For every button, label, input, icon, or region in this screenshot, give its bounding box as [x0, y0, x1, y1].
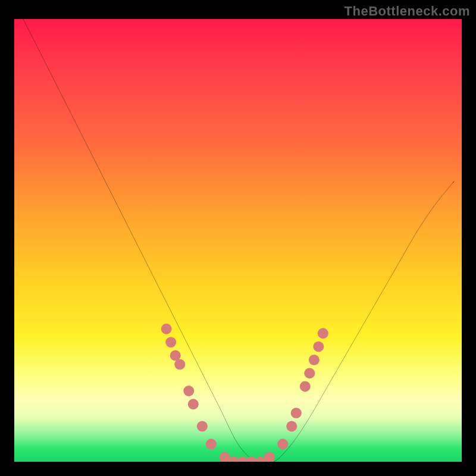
- chart-container: TheBottleneck.com: [0, 0, 476, 476]
- data-point: [286, 421, 297, 432]
- data-point: [165, 337, 176, 347]
- data-points: [161, 324, 328, 462]
- data-point: [304, 368, 315, 378]
- chart-svg: [14, 19, 462, 462]
- data-point: [188, 399, 199, 409]
- data-point: [206, 439, 217, 449]
- data-point: [277, 439, 288, 449]
- data-point: [313, 342, 324, 352]
- data-point: [264, 452, 275, 462]
- data-point: [291, 408, 302, 418]
- watermark-text: TheBottleneck.com: [345, 4, 470, 19]
- data-point: [161, 324, 172, 334]
- data-point: [309, 355, 320, 365]
- data-point: [300, 381, 311, 392]
- data-point: [197, 421, 208, 432]
- data-point: [174, 359, 185, 369]
- plot-area: [14, 19, 462, 462]
- data-point: [318, 328, 328, 339]
- data-point: [219, 452, 230, 462]
- bottleneck-curve: [23, 19, 454, 462]
- data-point: [183, 386, 194, 396]
